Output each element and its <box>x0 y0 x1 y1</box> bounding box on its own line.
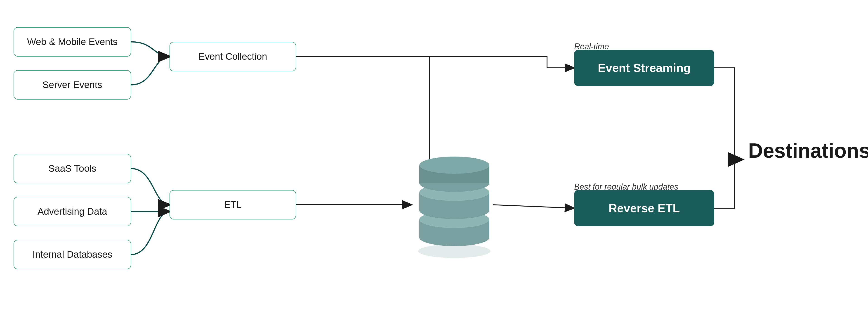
diagram-container: Web & Mobile Events Server Events SaaS T… <box>0 0 868 319</box>
source-box-internal-db: Internal Databases <box>13 240 131 269</box>
event-streaming-box: Event Streaming <box>574 50 714 86</box>
event-streaming-label: Event Streaming <box>598 61 690 75</box>
destinations-text: Destinations <box>748 139 868 163</box>
db-stack <box>414 154 495 258</box>
source-label-server-events: Server Events <box>42 79 102 90</box>
source-box-web-mobile: Web & Mobile Events <box>13 27 131 57</box>
etl-label: ETL <box>224 199 241 210</box>
reverse-etl-label: Reverse ETL <box>609 201 680 215</box>
source-box-advertising: Advertising Data <box>13 197 131 226</box>
svg-point-9 <box>419 156 489 174</box>
svg-point-0 <box>418 244 491 258</box>
source-label-web-mobile: Web & Mobile Events <box>27 36 118 47</box>
reverse-etl-box: Reverse ETL <box>574 190 714 226</box>
etl-box: ETL <box>169 190 296 220</box>
db-stack-svg <box>414 154 495 258</box>
source-label-saas: SaaS Tools <box>49 163 96 174</box>
event-collection-box: Event Collection <box>169 42 296 71</box>
source-label-advertising: Advertising Data <box>37 206 107 217</box>
source-box-saas: SaaS Tools <box>13 154 131 183</box>
source-label-internal-db: Internal Databases <box>33 249 112 260</box>
event-collection-label: Event Collection <box>198 51 267 62</box>
source-box-server-events: Server Events <box>13 70 131 99</box>
